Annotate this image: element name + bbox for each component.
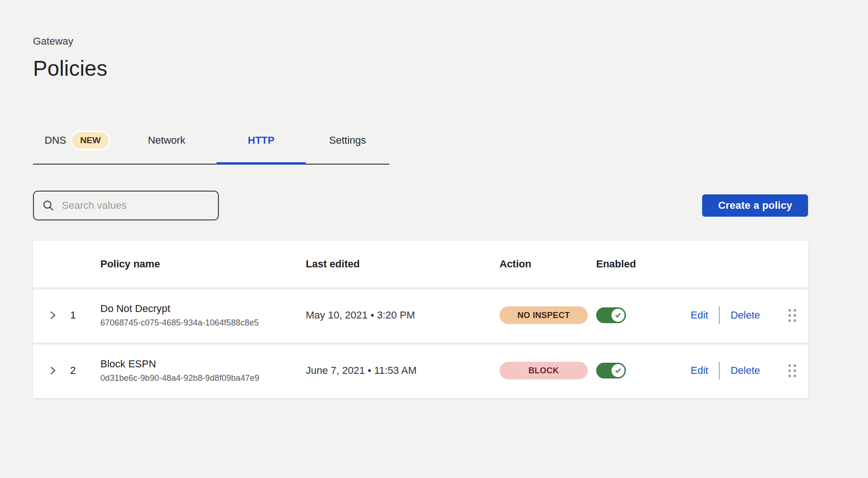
table-header-row: Policy name Last edited Action Enabled — [33, 241, 808, 287]
tab-settings-label: Settings — [329, 134, 366, 146]
enabled-cell — [596, 363, 674, 378]
toggle-knob — [612, 309, 625, 322]
link-divider — [719, 362, 720, 379]
edit-link[interactable]: Edit — [690, 309, 708, 321]
drag-cell — [776, 309, 808, 322]
row-actions-cell: Edit Delete — [674, 362, 776, 379]
drag-handle-icon[interactable] — [789, 365, 796, 377]
table-row: 1 Do Not Decrypt 67068745-c075-4685-934a… — [33, 287, 808, 343]
page-title: Policies — [33, 56, 841, 81]
action-badge: NO INSPECT — [500, 306, 588, 324]
enabled-toggle[interactable] — [596, 363, 626, 378]
tab-dns-label: DNS — [45, 134, 66, 146]
tab-settings[interactable]: Settings — [306, 132, 389, 164]
delete-link[interactable]: Delete — [730, 309, 760, 321]
column-header-enabled: Enabled — [596, 258, 674, 270]
chevron-right-icon[interactable] — [48, 310, 58, 320]
row-number: 2 — [70, 365, 76, 377]
tab-http[interactable]: HTTP — [217, 132, 306, 165]
chevron-right-icon[interactable] — [48, 365, 58, 376]
row-actions-cell: Edit Delete — [674, 306, 776, 324]
action-cell: NO INSPECT — [500, 306, 596, 324]
policy-name-cell: Do Not Decrypt 67068745-c075-4685-934a-1… — [100, 303, 306, 328]
breadcrumb: Gateway — [33, 35, 841, 47]
column-header-action: Action — [500, 258, 596, 270]
row-number: 1 — [70, 309, 76, 321]
tab-network[interactable]: Network — [117, 132, 217, 164]
tab-http-label: HTTP — [248, 134, 274, 146]
last-edited-cell: May 10, 2021 • 3:20 PM — [306, 309, 500, 321]
enabled-toggle[interactable] — [596, 307, 626, 323]
enabled-cell — [596, 307, 674, 323]
last-edited-cell: June 7, 2021 • 11:53 AM — [306, 365, 500, 377]
action-badge: BLOCK — [500, 362, 588, 379]
row-expand-cell: 1 — [33, 309, 100, 321]
policy-name-cell: Block ESPN 0d31be6c-9b90-48a4-92b8-9d8f0… — [100, 358, 306, 383]
toggle-knob — [612, 364, 625, 377]
row-expand-cell: 2 — [33, 365, 100, 377]
page-content: Gateway Policies DNS NEW Network HTTP Se… — [0, 0, 841, 398]
policy-name: Block ESPN — [100, 358, 306, 370]
policies-table: Policy name Last edited Action Enabled 1… — [33, 241, 808, 398]
toolbar: Create a policy — [33, 191, 808, 220]
tab-bar: DNS NEW Network HTTP Settings — [33, 132, 389, 165]
search-input[interactable] — [62, 199, 210, 212]
drag-handle-icon[interactable] — [789, 309, 796, 322]
tab-dns[interactable]: DNS NEW — [33, 132, 117, 164]
action-cell: BLOCK — [500, 362, 596, 379]
policy-name: Do Not Decrypt — [100, 303, 306, 315]
gateway-policies-page: Gateway Policies DNS NEW Network HTTP Se… — [0, 0, 868, 478]
search-box[interactable] — [33, 191, 219, 220]
column-header-last-edited: Last edited — [306, 258, 500, 270]
link-divider — [719, 306, 720, 324]
column-header-policy-name: Policy name — [100, 258, 306, 270]
edit-link[interactable]: Edit — [690, 365, 708, 377]
checkmark-icon — [614, 312, 622, 319]
create-policy-button[interactable]: Create a policy — [702, 194, 808, 217]
policy-uuid: 0d31be6c-9b90-48a4-92b8-9d8f09ba47e9 — [100, 373, 306, 383]
drag-cell — [776, 365, 808, 377]
tab-network-label: Network — [148, 134, 185, 146]
search-icon — [42, 199, 54, 212]
policy-uuid: 67068745-c075-4685-934a-1064f588c8e5 — [100, 318, 306, 328]
delete-link[interactable]: Delete — [730, 365, 760, 377]
checkmark-icon — [614, 367, 622, 374]
table-row: 2 Block ESPN 0d31be6c-9b90-48a4-92b8-9d8… — [33, 343, 808, 398]
new-badge: NEW — [72, 132, 108, 149]
